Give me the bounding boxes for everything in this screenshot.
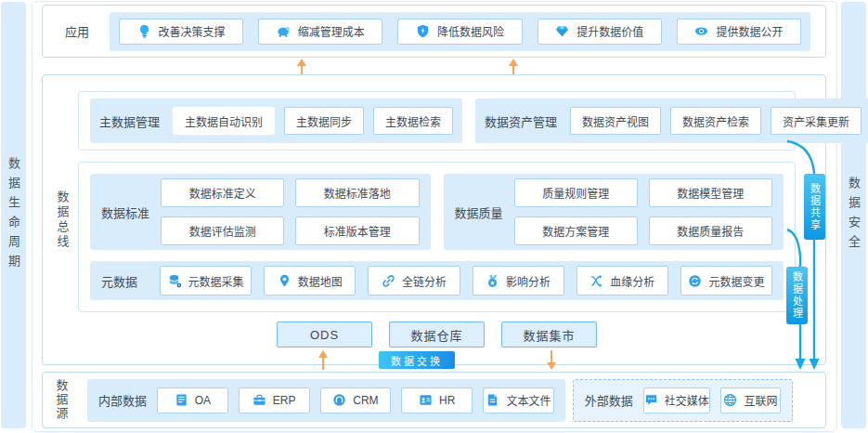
data-quality-item-label: 数据质量报告 [677,223,744,239]
data-source-label: 数据源 [53,379,71,421]
data-asset-item[interactable]: 数据资产检索 [670,107,761,135]
data-standard-item-label: 数据评估监测 [189,223,256,239]
internal-data-item-hr-label: HR [439,394,455,407]
master-data-item-label: 主数据同步 [296,113,352,129]
app-item-reduce-management-cost[interactable]: 缩减管理成本 [258,19,382,45]
data-share-badge: 数据共享 [804,174,825,240]
external-data-item-internet-label: 互联网 [744,392,777,408]
data-exchange-badge: 数据交换 [379,351,455,369]
down-arrow [546,350,557,370]
data-quality-item-label: 数据方案管理 [542,223,609,239]
external-data-items: 社交媒体互联网 [643,387,781,413]
up-arrow [317,350,329,370]
master-data-item[interactable]: 主数据检索 [373,107,453,135]
data-bus-label-wrap: 数据总线 [50,75,74,364]
internal-data-item-crm[interactable]: CRM [320,387,392,413]
data-quality-item[interactable]: 数据质量报告 [649,216,772,245]
metadata-item-data-map-label: 数据地图 [298,273,343,289]
chat-icon [644,393,658,407]
storage-box[interactable]: 数据仓库 [389,321,485,348]
internal-data-item-hr[interactable]: HR [401,387,473,413]
headset-icon [332,393,346,407]
storage-box[interactable]: ODS [277,321,372,348]
data-standard-label: 数据标准 [101,203,149,221]
data-quality-item[interactable]: 质量规则管理 [514,178,638,207]
data-lifecycle-sidebar: 数据生命周期 [1,2,26,428]
data-standard-item[interactable]: 数据评估监测 [161,216,284,245]
data-share-label: 数据共享 [808,183,823,231]
metadata-item-metadata-collection-label: 元数据采集 [188,273,244,289]
metadata-item-full-chain-analysis-label: 全链分析 [402,273,447,289]
metadata-item-metadata-collection[interactable]: 元数据采集 [160,266,252,295]
data-asset-label: 数据资产管理 [485,112,557,130]
data-standard-item-label: 数据标准落地 [324,185,391,201]
internal-data-strip: 内部数据 OAERPCRMHR文本文件 [87,379,565,422]
branch-icon [589,274,603,288]
database-icon [168,274,182,288]
external-data-item-social-media[interactable]: 社交媒体 [643,387,710,413]
data-asset-item-label: 数据资产视图 [582,113,649,129]
data-standard-item[interactable]: 数据标准定义 [161,178,284,207]
storage-row: ODS数据仓库数据集市 [78,321,796,348]
data-standard-item[interactable]: 标准版本管理 [295,216,419,245]
data-bus-label: 数据总线 [54,190,71,250]
data-quality-items: 质量规则管理数据模型管理数据方案管理数据质量报告 [514,178,772,245]
metadata-item-metadata-change[interactable]: 元数据变更 [680,266,772,295]
eye-icon [694,24,708,38]
link-icon [382,274,395,288]
master-data-item[interactable]: 主数据自动识别 [173,107,275,135]
app-item-lower-data-risk-label: 降低数据风险 [437,23,504,39]
data-exchange-label: 数据交换 [391,353,443,368]
data-security-sidebar: 数据安全 [841,2,866,428]
up-arrow [296,59,307,74]
metadata-items: 元数据采集数据地图全链分析影响分析血缘分析元数据变更 [160,266,772,295]
lightbulb-icon [137,24,151,38]
metadata-item-lineage-analysis[interactable]: 血缘分析 [577,266,668,295]
data-quality-label: 数据质量 [455,203,503,221]
gem-icon [555,24,569,38]
internal-data-item-oa-label: OA [195,394,211,407]
external-data-strip: 外部数据 社交媒体互联网 [573,379,793,422]
briefcase-icon [253,393,266,407]
data-bus-layer: 数据总线 主数据管理 主数据自动识别主数据同步主数据检索 数据资产管理 数据资产… [42,74,826,365]
text-file-icon [486,393,499,407]
metadata-item-impact-analysis-label: 影响分析 [506,273,551,289]
data-standard-item[interactable]: 数据标准落地 [295,178,419,207]
master-data-items: 主数据自动识别主数据同步主数据检索 [173,107,453,135]
master-data-label: 主数据管理 [99,112,160,130]
data-quality-item-label: 数据模型管理 [677,185,744,201]
storage-box[interactable]: 数据集市 [501,321,597,348]
piggy-bank-icon [277,24,291,38]
data-standard-block: 数据标准 数据标准定义数据标准落地数据评估监测标准版本管理 [90,174,431,250]
app-item-raise-data-value[interactable]: 提升数据价值 [538,19,662,45]
data-lifecycle-label: 数据生命周期 [5,157,22,274]
app-item-improve-decision-support-label: 改善决策支撑 [159,23,226,39]
shield-icon [416,24,430,38]
data-quality-item[interactable]: 数据模型管理 [649,178,772,207]
external-data-item-social-media-label: 社交媒体 [665,392,709,408]
data-asset-item[interactable]: 数据资产视图 [570,107,661,135]
metadata-item-full-chain-analysis[interactable]: 全链分析 [368,266,460,295]
metadata-item-data-map[interactable]: 数据地图 [264,266,356,295]
globe-icon [723,393,737,407]
app-item-improve-decision-support[interactable]: 改善决策支撑 [119,19,243,45]
internal-data-item-oa[interactable]: OA [157,387,228,413]
external-data-item-internet[interactable]: 互联网 [720,387,781,413]
app-item-provide-data-openness[interactable]: 提供数据公开 [677,19,801,45]
data-quality-item[interactable]: 数据方案管理 [514,216,638,245]
metadata-strip: 元数据 元数据采集数据地图全链分析影响分析血缘分析元数据变更 [90,261,784,300]
internal-data-item-erp-label: ERP [273,394,296,407]
master-data-item[interactable]: 主数据同步 [284,107,364,135]
master-data-item-label: 主数据自动识别 [185,113,263,129]
app-item-lower-data-risk[interactable]: 降低数据风险 [397,19,522,45]
internal-data-items: OAERPCRMHR文本文件 [157,387,554,413]
internal-data-item-erp[interactable]: ERP [239,387,310,413]
metadata-item-impact-analysis[interactable]: 影响分析 [473,266,564,295]
standard-quality-metadata-section: 数据标准 数据标准定义数据标准落地数据评估监测标准版本管理 数据质量 质量规则管… [78,162,796,312]
data-standard-item-label: 数据标准定义 [189,185,256,201]
data-process-label: 数据处理 [790,271,805,320]
internal-data-item-text-file[interactable]: 文本文件 [483,387,554,413]
internal-data-item-crm-label: CRM [353,394,378,407]
metadata-label: 元数据 [101,272,148,290]
data-source-layer: 数据源 内部数据 OAERPCRMHR文本文件 外部数据 社交媒体互联网 [42,372,826,428]
